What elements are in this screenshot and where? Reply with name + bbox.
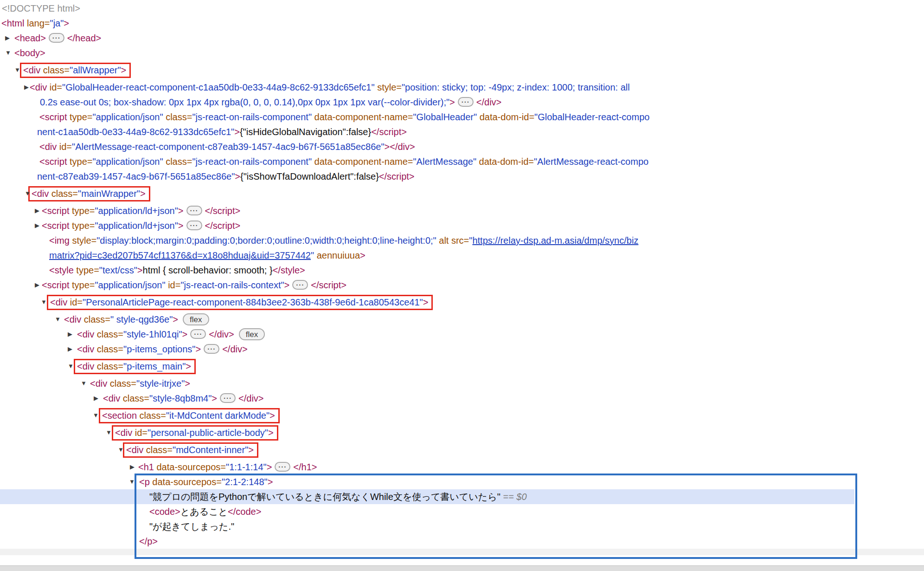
collapse-triangle-icon[interactable]: ▼ [14,63,20,78]
dom-tree-row-body-open[interactable]: ▼<body> [0,45,924,60]
collapse-triangle-icon[interactable]: ▼ [93,408,99,423]
syntax-tag: > [284,280,290,290]
syntax-val: "application/json" [93,156,163,167]
syntax-tag: > [268,428,274,438]
expand-triangle-icon[interactable]: ▶ [5,31,10,45]
dom-tree-row-div-style-1hl01qi[interactable]: ▶<div class="style-1hl01qi">···</div>fle… [0,327,924,342]
dom-tree-row-section-it-mdcontent[interactable]: ▼<section class="it-MdContent darkMode"> [0,408,924,423]
collapse-triangle-icon[interactable]: ▼ [118,442,124,457]
collapse-triangle-icon[interactable]: ▼ [25,186,31,201]
flex-badge[interactable]: flex [183,313,209,325]
dom-tree: <!DOCTYPE html><html lang="ja">▶<head>··… [0,0,924,555]
syntax-tag: <script [42,206,69,216]
dom-tree-row-p-close[interactable]: </p> [0,534,924,549]
expand-triangle-icon[interactable]: ▶ [130,460,135,474]
dom-tree-row-script-alertmessage-line1[interactable]: <script type="application/json" class="j… [0,154,924,169]
expand-triangle-icon[interactable]: ▶ [94,391,98,406]
syntax-val: "application/ld+json" [95,206,178,216]
flex-badge[interactable]: flex [239,328,265,340]
dom-tree-row-p-code-child[interactable]: <code>とあること</code> [0,504,924,519]
dom-tree-row-div-alertmessage[interactable]: <div id="AlertMessage-react-component-c8… [0,139,924,154]
collapse-triangle-icon[interactable]: ▼ [5,45,11,60]
dom-tree-row-style-scroll-smooth[interactable]: <style type="text/css">html { scroll-beh… [0,263,924,278]
dom-tree-row-div-style-itrjxe[interactable]: ▼<div class="style-itrjxe"> [0,376,924,391]
dom-tree-row-head-collapsed[interactable]: ▶<head>···</head> [0,31,924,45]
syntax-attr: data-sourcepos= [150,477,222,487]
syntax-attr: style= [375,82,402,92]
syntax-tag: > [178,221,184,231]
syntax-tag: > [267,462,272,472]
dom-tree-row-div-style-8qb8m4[interactable]: ▶<div class="style-8qb8m4">···</div> [0,391,924,406]
syntax-val: "mdContent-inner" [173,445,248,455]
syntax-val: "style-1hl01qi" [123,329,182,339]
syntax-attr: data-dom-id= [476,156,534,167]
dom-tree-row-script-globalheader-line1[interactable]: <script type="application/json" class="j… [0,110,924,124]
syntax-tag: <div [77,361,94,371]
dom-tree-row-p-open[interactable]: ▼<p data-sourcepos="2:1-2:148"> [0,474,924,489]
dom-tree-row-script-alertmessage-line2[interactable]: nent-c87eab39-1457-4ac9-b67f-5651a85ec86… [0,169,924,184]
ellipsis-expand-icon[interactable]: ··· [204,344,219,354]
dom-tree-row-img-tracker-line2[interactable]: matrix?pid=c3ed207b574cf11376&d=x18o8hdu… [0,248,924,263]
syntax-tag: > [178,206,184,216]
dom-tree-row-div-style-qgd36e[interactable]: ▼<div class=" style-qgd36e">flex [0,312,924,327]
syntax-attr: class= [143,445,173,455]
syntax-tag: <code> [149,506,180,517]
dom-tree-row-div-mainwrapper[interactable]: ▼<div class="mainWrapper"> [0,186,924,201]
expand-triangle-icon[interactable]: ▶ [24,80,29,95]
syntax-tag: > [185,378,190,389]
syntax-tag: <div [103,393,120,403]
syntax-attr: id= [166,280,181,290]
syntax-attr: id= [47,82,62,92]
syntax-val: nent-c87eab39-1457-4ac9-b67f-5651a85ec86… [37,171,235,182]
expand-triangle-icon[interactable]: ▶ [68,342,72,357]
ellipsis-expand-icon[interactable]: ··· [220,393,236,403]
dom-tree-row-p-text-selected[interactable]: "競プロの問題をPythonで解いているときに何気なくWhile文を使って書いて… [0,489,924,504]
dom-tree-row-div-personalarticlepage[interactable]: ▼<div id="PersonalArticlePage-react-comp… [0,295,924,310]
dom-tree-row-img-tracker-line1[interactable]: <img style="display:block;margin:0;paddi… [0,233,924,248]
collapse-triangle-icon[interactable]: ▼ [81,376,87,391]
dom-tree-row-div-mdcontent-inner[interactable]: ▼<div class="mdContent-inner"> [0,442,924,457]
ellipsis-expand-icon[interactable]: ··· [292,280,308,290]
dom-tree-row-p-text-2[interactable]: "が起きてしまった." [0,519,924,534]
syntax-tag: <div [23,65,40,75]
dom-tree-row-h1-collapsed[interactable]: ▶<h1 data-sourcepos="1:1-1:14">···</h1> [0,460,924,474]
ellipsis-expand-icon[interactable]: ··· [458,97,474,107]
syntax-tag: </div> [222,344,247,354]
ellipsis-expand-icon[interactable]: ··· [190,329,206,339]
dom-tree-row-div-globalheader-line1[interactable]: ▶<div id="GlobalHeader-react-component-c… [0,80,924,95]
collapse-triangle-icon[interactable]: ▼ [41,295,47,310]
dom-tree-row-script-ldjson-1[interactable]: ▶<script type="application/ld+json">···<… [0,203,924,218]
dom-tree-row-script-ldjson-2[interactable]: ▶<script type="application/ld+json">···<… [0,218,924,233]
dom-tree-row-script-globalheader-line2[interactable]: nent-c1aa50db-0e33-44a9-8c62-9133dc65efc… [0,124,924,139]
syntax-link: https://relay-dsp.ad-m.asia/dmp/sync/biz [472,235,638,246]
syntax-val: "2:1-2:148" [222,477,268,487]
ellipsis-expand-icon[interactable]: ··· [49,33,64,43]
collapse-triangle-icon[interactable]: ▼ [68,359,74,374]
expand-triangle-icon[interactable]: ▶ [35,203,39,218]
syntax-tag: <h1 [138,462,154,472]
dom-tree-row-div-personal-public-article-body[interactable]: ▼<div id="personal-public-article-body"> [0,425,924,440]
dom-tree-row-div-globalheader-line2[interactable]: 0.2s ease-out 0s; box-shadow: 0px 1px 4p… [0,95,924,110]
syntax-attr: type= [67,112,92,122]
collapse-triangle-icon[interactable]: ▼ [55,312,61,327]
syntax-attr: class= [94,344,123,354]
ellipsis-expand-icon[interactable]: ··· [186,221,202,230]
dom-tree-row-div-allwrapper[interactable]: ▼<div class="allWrapper"> [0,63,924,78]
expand-triangle-icon[interactable]: ▶ [35,218,39,233]
syntax-val: "GlobalHeader-react-compo [534,112,649,122]
ellipsis-expand-icon[interactable]: ··· [275,462,290,472]
dom-tree-row-doctype[interactable]: <!DOCTYPE html> [0,1,924,16]
dom-tree-row-div-p-items-main[interactable]: ▼<div class="p-items_main"> [0,359,924,374]
syntax-tag: <div [50,297,67,307]
syntax-tag: </code> [228,506,261,517]
syntax-attr: data-component-name= [312,112,413,122]
collapse-triangle-icon[interactable]: ▼ [106,425,112,440]
expand-triangle-icon[interactable]: ▶ [68,327,72,342]
dom-tree-row-html-open[interactable]: <html lang="ja"> [0,16,924,31]
syntax-tag: <script [39,112,67,122]
dom-tree-row-script-rails-context[interactable]: ▶<script type="application/json" id="js-… [0,278,924,292]
collapse-triangle-icon[interactable]: ▼ [129,474,135,489]
ellipsis-expand-icon[interactable]: ··· [186,206,202,215]
dom-tree-row-div-p-items-options[interactable]: ▶<div class="p-items_options">···</div> [0,342,924,357]
expand-triangle-icon[interactable]: ▶ [35,278,39,292]
